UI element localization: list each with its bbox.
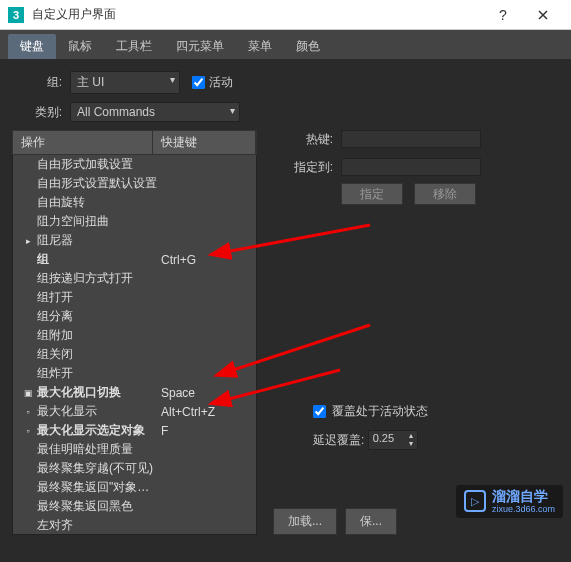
list-item-key: F: [161, 424, 248, 438]
list-item-label: 自由旋转: [37, 194, 161, 211]
close-button[interactable]: [523, 0, 563, 30]
list-item-label: 组按递归方式打开: [37, 270, 161, 287]
save-button[interactable]: 保...: [345, 508, 397, 535]
category-label: 类别:: [12, 104, 62, 121]
list-item[interactable]: 自由旋转: [13, 193, 256, 212]
list-item-label: 组关闭: [37, 346, 161, 363]
tab-quadmenu[interactable]: 四元菜单: [164, 34, 236, 59]
list-item[interactable]: ▫最大化显示选定对象F: [13, 421, 256, 440]
category-dropdown[interactable]: All Commands: [70, 102, 240, 122]
list-item-key: Space: [161, 386, 248, 400]
tab-toolbar[interactable]: 工具栏: [104, 34, 164, 59]
window-title: 自定义用户界面: [32, 6, 483, 23]
remove-button[interactable]: 移除: [414, 183, 476, 205]
list-item-label: 组炸开: [37, 365, 161, 382]
list-item[interactable]: 左对齐: [13, 516, 256, 535]
list-item-icon: ▸: [21, 236, 35, 246]
assigned-label: 指定到:: [273, 159, 333, 176]
list-item-label: 组: [37, 251, 161, 268]
assign-button[interactable]: 指定: [341, 183, 403, 205]
list-item-key: Ctrl+G: [161, 253, 248, 267]
spinner-arrows-icon[interactable]: ▴▾: [409, 432, 413, 448]
delay-label: 延迟覆盖:: [313, 432, 364, 449]
list-item-label: 组打开: [37, 289, 161, 306]
list-item[interactable]: 最终聚集返回"对象…: [13, 478, 256, 497]
list-item[interactable]: 组炸开: [13, 364, 256, 383]
tab-keyboard[interactable]: 键盘: [8, 34, 56, 59]
tab-menu[interactable]: 菜单: [236, 34, 284, 59]
list-item[interactable]: 组按递归方式打开: [13, 269, 256, 288]
group-label: 组:: [12, 74, 62, 91]
help-button[interactable]: ?: [483, 0, 523, 30]
list-item-label: 自由形式加载设置: [37, 156, 161, 173]
group-dropdown[interactable]: 主 UI: [70, 71, 180, 94]
list-item[interactable]: ▣最大化视口切换Space: [13, 383, 256, 402]
list-item[interactable]: 自由形式设置默认设置: [13, 174, 256, 193]
delay-spinner[interactable]: 0.25 ▴▾: [368, 430, 418, 450]
app-icon: 3: [8, 7, 24, 23]
list-item-label: 最终聚集返回黑色: [37, 498, 161, 515]
tabbar: 键盘 鼠标 工具栏 四元菜单 菜单 颜色: [0, 30, 571, 59]
overlay-checkbox-input[interactable]: [313, 405, 326, 418]
list-item-key: Alt+Ctrl+Z: [161, 405, 248, 419]
list-item-label: 自由形式设置默认设置: [37, 175, 161, 192]
list-item-label: 最终聚集返回"对象…: [37, 479, 161, 496]
hotkey-label: 热键:: [273, 131, 333, 148]
list-item-label: 组分离: [37, 308, 161, 325]
list-item[interactable]: ▸阻尼器: [13, 231, 256, 250]
list-item[interactable]: 组关闭: [13, 345, 256, 364]
list-item[interactable]: 组分离: [13, 307, 256, 326]
active-checkbox-label: 活动: [209, 74, 233, 91]
tab-mouse[interactable]: 鼠标: [56, 34, 104, 59]
list-item-label: 最佳明暗处理质量: [37, 441, 161, 458]
list-item[interactable]: 组附加: [13, 326, 256, 345]
list-item[interactable]: 自由形式加载设置: [13, 155, 256, 174]
list-item[interactable]: 组打开: [13, 288, 256, 307]
list-item-label: 最大化显示: [37, 403, 161, 420]
overlay-checkbox-label: 覆盖处于活动状态: [332, 403, 428, 420]
list-item[interactable]: 最佳明暗处理质量: [13, 440, 256, 459]
list-item[interactable]: ▫最大化显示Alt+Ctrl+Z: [13, 402, 256, 421]
list-item[interactable]: 组Ctrl+G: [13, 250, 256, 269]
hotkey-input[interactable]: [341, 130, 481, 148]
list-item[interactable]: 最终聚集返回黑色: [13, 497, 256, 516]
list-item-icon: ▣: [21, 388, 35, 398]
list-item-label: 左对齐: [37, 517, 161, 534]
list-item-label: 组附加: [37, 327, 161, 344]
list-item-label: 阻尼器: [37, 232, 161, 249]
list-item-label: 最大化显示选定对象: [37, 422, 161, 439]
col-shortcut[interactable]: 快捷键: [153, 131, 256, 154]
active-checkbox-input[interactable]: [192, 76, 205, 89]
list-item-label: 阻力空间扭曲: [37, 213, 161, 230]
list-item-icon: ▫: [21, 426, 35, 436]
delay-value: 0.25: [373, 432, 394, 448]
list-item[interactable]: 最终聚集穿越(不可见): [13, 459, 256, 478]
list-item-label: 最终聚集穿越(不可见): [37, 460, 161, 477]
assigned-input[interactable]: [341, 158, 481, 176]
overlay-checkbox[interactable]: 覆盖处于活动状态: [313, 403, 559, 420]
active-checkbox[interactable]: 活动: [192, 74, 233, 91]
list-item-label: 最大化视口切换: [37, 384, 161, 401]
tab-color[interactable]: 颜色: [284, 34, 332, 59]
list-item-icon: ▫: [21, 407, 35, 417]
list-header: 操作 快捷键: [12, 130, 257, 155]
titlebar: 3 自定义用户界面 ?: [0, 0, 571, 30]
action-list[interactable]: 自由形式加载设置自由形式设置默认设置自由旋转阻力空间扭曲▸阻尼器组Ctrl+G组…: [12, 155, 257, 535]
list-item[interactable]: 阻力空间扭曲: [13, 212, 256, 231]
load-button[interactable]: 加载...: [273, 508, 337, 535]
col-action[interactable]: 操作: [13, 131, 153, 154]
